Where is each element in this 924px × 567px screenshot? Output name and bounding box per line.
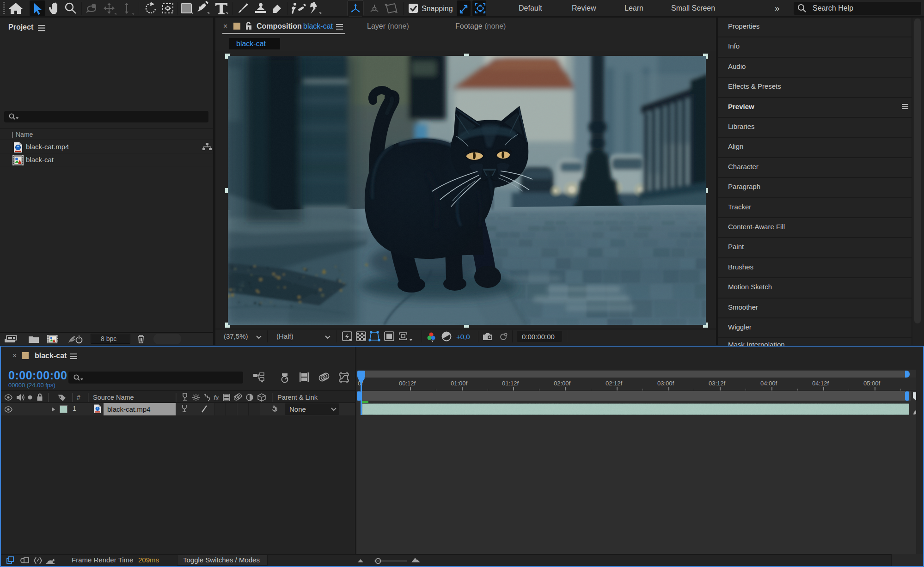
svg-text:fx: fx (214, 394, 219, 402)
svg-text:Parent & Link: Parent & Link (277, 394, 318, 401)
svg-text:#: # (77, 394, 80, 401)
svg-text:+0,0: +0,0 (456, 333, 470, 341)
svg-text:Source Name: Source Name (93, 394, 134, 401)
svg-text:Snapping: Snapping (422, 5, 453, 12)
